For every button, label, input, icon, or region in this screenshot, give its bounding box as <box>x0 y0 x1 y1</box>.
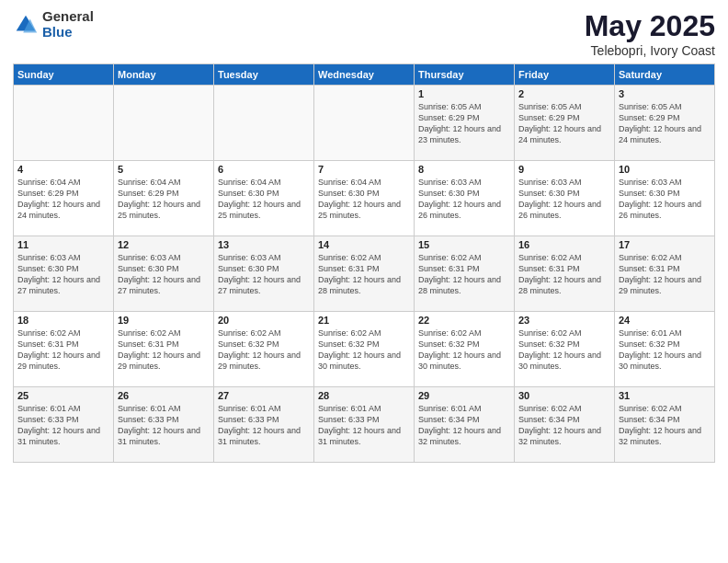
sunrise-text: Sunrise: 6:02 AM <box>518 404 582 413</box>
daylight-text: Daylight: 12 hours and 24 minutes. <box>17 200 100 220</box>
daylight-text: Daylight: 12 hours and 32 minutes. <box>518 426 601 446</box>
sunset-text: Sunset: 6:29 PM <box>619 113 680 122</box>
sunset-text: Sunset: 6:29 PM <box>418 113 480 122</box>
col-sunday: Sunday <box>14 64 114 86</box>
sunset-text: Sunset: 6:32 PM <box>218 339 279 349</box>
day-number: 27 <box>218 390 310 401</box>
day-number: 11 <box>17 239 109 250</box>
day-info: Sunrise: 6:02 AM Sunset: 6:31 PM Dayligh… <box>518 252 610 297</box>
sunset-text: Sunset: 6:31 PM <box>619 264 680 273</box>
day-cell: 9 Sunrise: 6:03 AM Sunset: 6:30 PM Dayli… <box>515 161 615 236</box>
day-cell: 22 Sunrise: 6:02 AM Sunset: 6:32 PM Dayl… <box>415 312 515 387</box>
day-cell: 4 Sunrise: 6:04 AM Sunset: 6:29 PM Dayli… <box>14 161 114 236</box>
sunset-text: Sunset: 6:34 PM <box>619 415 680 424</box>
sunrise-text: Sunrise: 6:04 AM <box>318 178 381 187</box>
day-cell: 29 Sunrise: 6:01 AM Sunset: 6:34 PM Dayl… <box>415 387 515 463</box>
day-info: Sunrise: 6:02 AM Sunset: 6:32 PM Dayligh… <box>518 327 610 373</box>
day-number: 22 <box>418 315 510 326</box>
day-number: 26 <box>118 390 210 401</box>
day-cell: 14 Sunrise: 6:02 AM Sunset: 6:31 PM Dayl… <box>314 236 415 312</box>
sunrise-text: Sunrise: 6:01 AM <box>619 328 682 338</box>
day-info: Sunrise: 6:04 AM Sunset: 6:29 PM Dayligh… <box>17 177 109 222</box>
day-cell: 28 Sunrise: 6:01 AM Sunset: 6:33 PM Dayl… <box>314 387 415 463</box>
day-cell: 17 Sunrise: 6:02 AM Sunset: 6:31 PM Dayl… <box>615 236 715 312</box>
day-info: Sunrise: 6:01 AM Sunset: 6:32 PM Dayligh… <box>619 327 711 373</box>
daylight-text: Daylight: 12 hours and 27 minutes. <box>118 275 200 295</box>
daylight-text: Daylight: 12 hours and 25 minutes. <box>318 200 401 220</box>
sunset-text: Sunset: 6:29 PM <box>518 113 580 122</box>
day-cell: 11 Sunrise: 6:03 AM Sunset: 6:30 PM Dayl… <box>14 236 114 312</box>
day-number: 9 <box>518 164 610 175</box>
sunrise-text: Sunrise: 6:02 AM <box>619 404 682 413</box>
sunrise-text: Sunrise: 6:02 AM <box>418 328 482 338</box>
daylight-text: Daylight: 12 hours and 25 minutes. <box>118 200 200 220</box>
sunrise-text: Sunrise: 6:03 AM <box>118 253 181 262</box>
day-info: Sunrise: 6:01 AM Sunset: 6:34 PM Dayligh… <box>418 403 510 448</box>
calendar-title: May 2025 <box>585 9 715 43</box>
daylight-text: Daylight: 12 hours and 30 minutes. <box>418 350 501 371</box>
day-info: Sunrise: 6:02 AM Sunset: 6:32 PM Dayligh… <box>418 327 510 373</box>
calendar-subtitle: Telebopri, Ivory Coast <box>585 43 715 58</box>
sunset-text: Sunset: 6:29 PM <box>17 189 79 198</box>
day-info: Sunrise: 6:04 AM Sunset: 6:30 PM Dayligh… <box>218 177 310 222</box>
daylight-text: Daylight: 12 hours and 27 minutes. <box>218 275 301 295</box>
week-row-2: 4 Sunrise: 6:04 AM Sunset: 6:29 PM Dayli… <box>14 161 715 236</box>
sunrise-text: Sunrise: 6:01 AM <box>318 404 381 413</box>
sunrise-text: Sunrise: 6:03 AM <box>17 253 81 262</box>
day-cell: 16 Sunrise: 6:02 AM Sunset: 6:31 PM Dayl… <box>515 236 615 312</box>
title-block: May 2025 Telebopri, Ivory Coast <box>585 9 715 58</box>
daylight-text: Daylight: 12 hours and 26 minutes. <box>418 200 501 220</box>
day-number: 21 <box>318 315 410 326</box>
calendar-table: Sunday Monday Tuesday Wednesday Thursday… <box>13 63 715 463</box>
day-cell <box>114 86 214 161</box>
week-row-4: 18 Sunrise: 6:02 AM Sunset: 6:31 PM Dayl… <box>14 312 715 387</box>
day-number: 24 <box>619 315 711 326</box>
sunset-text: Sunset: 6:32 PM <box>318 339 380 349</box>
sunset-text: Sunset: 6:31 PM <box>118 339 179 349</box>
daylight-text: Daylight: 12 hours and 31 minutes. <box>17 426 100 446</box>
sunset-text: Sunset: 6:34 PM <box>518 415 580 424</box>
day-number: 7 <box>318 164 410 175</box>
col-friday: Friday <box>515 64 615 86</box>
daylight-text: Daylight: 12 hours and 29 minutes. <box>619 275 701 295</box>
daylight-text: Daylight: 12 hours and 26 minutes. <box>518 200 601 220</box>
header: General Blue May 2025 Telebopri, Ivory C… <box>13 9 715 58</box>
sunrise-text: Sunrise: 6:01 AM <box>17 404 81 413</box>
sunrise-text: Sunrise: 6:02 AM <box>218 328 281 338</box>
sunrise-text: Sunrise: 6:04 AM <box>17 178 81 187</box>
logo-icon <box>13 12 39 38</box>
day-number: 30 <box>518 390 610 401</box>
sunset-text: Sunset: 6:34 PM <box>418 415 480 424</box>
sunset-text: Sunset: 6:30 PM <box>118 264 179 273</box>
day-number: 18 <box>17 315 109 326</box>
sunset-text: Sunset: 6:31 PM <box>17 339 79 349</box>
sunset-text: Sunset: 6:33 PM <box>218 415 279 424</box>
calendar-page: General Blue May 2025 Telebopri, Ivory C… <box>0 0 728 563</box>
daylight-text: Daylight: 12 hours and 28 minutes. <box>518 275 601 295</box>
day-info: Sunrise: 6:01 AM Sunset: 6:33 PM Dayligh… <box>17 403 109 448</box>
day-number: 28 <box>318 390 410 401</box>
day-cell: 5 Sunrise: 6:04 AM Sunset: 6:29 PM Dayli… <box>114 161 214 236</box>
week-row-5: 25 Sunrise: 6:01 AM Sunset: 6:33 PM Dayl… <box>14 387 715 463</box>
day-cell: 24 Sunrise: 6:01 AM Sunset: 6:32 PM Dayl… <box>615 312 715 387</box>
col-saturday: Saturday <box>615 64 715 86</box>
sunrise-text: Sunrise: 6:02 AM <box>518 328 582 338</box>
day-info: Sunrise: 6:02 AM Sunset: 6:31 PM Dayligh… <box>619 252 711 297</box>
daylight-text: Daylight: 12 hours and 28 minutes. <box>318 275 401 295</box>
day-number: 23 <box>518 315 610 326</box>
day-number: 6 <box>218 164 310 175</box>
day-info: Sunrise: 6:02 AM Sunset: 6:34 PM Dayligh… <box>518 403 610 448</box>
logo-general-text: General <box>42 9 94 25</box>
day-info: Sunrise: 6:02 AM Sunset: 6:32 PM Dayligh… <box>218 327 310 373</box>
daylight-text: Daylight: 12 hours and 30 minutes. <box>619 350 701 371</box>
sunset-text: Sunset: 6:32 PM <box>518 339 580 349</box>
daylight-text: Daylight: 12 hours and 32 minutes. <box>619 426 701 446</box>
sunset-text: Sunset: 6:33 PM <box>118 415 179 424</box>
sunrise-text: Sunrise: 6:04 AM <box>118 178 181 187</box>
day-info: Sunrise: 6:04 AM Sunset: 6:30 PM Dayligh… <box>318 177 410 222</box>
day-number: 2 <box>518 88 610 99</box>
day-number: 19 <box>118 315 210 326</box>
day-info: Sunrise: 6:02 AM Sunset: 6:31 PM Dayligh… <box>17 327 109 373</box>
sunrise-text: Sunrise: 6:02 AM <box>118 328 181 338</box>
day-info: Sunrise: 6:03 AM Sunset: 6:30 PM Dayligh… <box>17 252 109 297</box>
